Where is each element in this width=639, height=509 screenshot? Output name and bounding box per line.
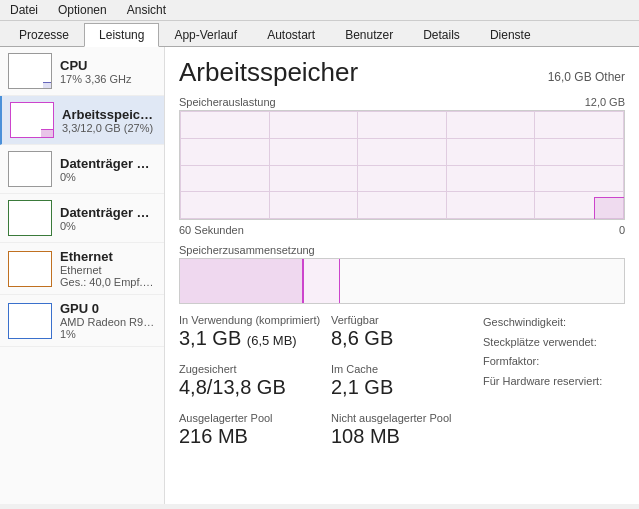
composition-label: Speicherzusammensetzung bbox=[179, 244, 625, 256]
sidebar-sub-cpu: 17% 3,36 GHz bbox=[60, 73, 156, 85]
hgrid-line bbox=[180, 218, 624, 219]
vgrid-line bbox=[446, 111, 447, 219]
sidebar-item-gpu[interactable]: GPU 0 AMD Radeon R9 2... 1% bbox=[0, 295, 164, 347]
vgrid-line bbox=[269, 111, 270, 219]
stat-ausgelagerter-value: 216 MB bbox=[179, 425, 321, 447]
comp-seg-cache bbox=[304, 259, 340, 303]
tab-details[interactable]: Details bbox=[408, 23, 475, 46]
info-formfaktor: Formfaktor: bbox=[483, 353, 625, 370]
chart-time-right: 0 bbox=[619, 224, 625, 236]
stat-in-verwendung-gb: 3,1 GB bbox=[179, 327, 241, 349]
tab-app-verlauf[interactable]: App-Verlauf bbox=[159, 23, 252, 46]
hgrid-line bbox=[180, 111, 624, 112]
stat-nicht-ausgelagerter: Nicht ausgelagerter Pool 108 MB bbox=[331, 412, 473, 447]
sidebar-thumb-eth bbox=[8, 251, 52, 287]
hgrid-line bbox=[180, 138, 624, 139]
chart-top-label: Speicherauslastung bbox=[179, 96, 276, 108]
sidebar-item-cpu[interactable]: CPU 17% 3,36 GHz bbox=[0, 47, 164, 96]
stat-zugesichert: Zugesichert 4,8/13,8 GB bbox=[179, 363, 321, 398]
stats-grid: In Verwendung (komprimiert) 3,1 GB (6,5 … bbox=[179, 314, 625, 447]
menu-bar: Datei Optionen Ansicht bbox=[0, 0, 639, 21]
sidebar-thumb-cpu bbox=[8, 53, 52, 89]
stat-verfugbar-label: Verfügbar bbox=[331, 314, 473, 326]
sidebar-info-eth: Ethernet Ethernet Ges.: 40,0 Empf.: 0 KB… bbox=[60, 249, 156, 288]
hgrid-line bbox=[180, 165, 624, 166]
tab-prozesse[interactable]: Prozesse bbox=[4, 23, 84, 46]
stat-nicht-ausgelagerter-value: 108 MB bbox=[331, 425, 473, 447]
comp-seg-used bbox=[180, 259, 304, 303]
ram-usage-chart bbox=[179, 110, 625, 220]
stat-in-verwendung-sub: (6,5 MB) bbox=[247, 333, 297, 348]
page-title: Arbeitsspeicher bbox=[179, 57, 358, 88]
sidebar-thumb-ram bbox=[10, 102, 54, 138]
sidebar-title-disk0: Datenträger 0 (C:) bbox=[60, 156, 156, 171]
stat-in-verwendung: In Verwendung (komprimiert) 3,1 GB (6,5 … bbox=[179, 314, 321, 349]
sidebar: CPU 17% 3,36 GHz Arbeitsspeicher 3,3/12,… bbox=[0, 47, 165, 504]
sidebar-info-gpu: GPU 0 AMD Radeon R9 2... 1% bbox=[60, 301, 156, 340]
sidebar-item-ram[interactable]: Arbeitsspeicher 3,3/12,0 GB (27%) bbox=[0, 96, 164, 145]
stat-zugesichert-value: 4,8/13,8 GB bbox=[179, 376, 321, 398]
info-hardware: Für Hardware reserviert: bbox=[483, 373, 625, 390]
vgrid-line bbox=[534, 111, 535, 219]
sidebar-info-cpu: CPU 17% 3,36 GHz bbox=[60, 58, 156, 85]
sidebar-info-ram: Arbeitsspeicher 3,3/12,0 GB (27%) bbox=[62, 107, 156, 134]
menu-optionen[interactable]: Optionen bbox=[54, 2, 111, 18]
stat-verfugbar-value: 8,6 GB bbox=[331, 327, 473, 349]
sidebar-item-ethernet[interactable]: Ethernet Ethernet Ges.: 40,0 Empf.: 0 KB… bbox=[0, 243, 164, 295]
comp-seg-available bbox=[340, 259, 624, 303]
chart-label-row: Speicherauslastung 12,0 GB bbox=[179, 96, 625, 108]
sidebar-sub2-gpu: 1% bbox=[60, 328, 156, 340]
tab-autostart[interactable]: Autostart bbox=[252, 23, 330, 46]
info-steckplatze: Steckplätze verwendet: bbox=[483, 334, 625, 351]
stat-ausgelagerter-label: Ausgelagerter Pool bbox=[179, 412, 321, 424]
stat-in-verwendung-value: 3,1 GB (6,5 MB) bbox=[179, 327, 321, 349]
sidebar-info-disk1: Datenträger 1 (D:) 0% bbox=[60, 205, 156, 232]
sidebar-sub-disk0: 0% bbox=[60, 171, 156, 183]
sidebar-thumb-gpu bbox=[8, 303, 52, 339]
vgrid-line bbox=[180, 111, 181, 219]
stat-zugesichert-label: Zugesichert bbox=[179, 363, 321, 375]
chart-vgrid bbox=[180, 111, 624, 219]
tab-leistung[interactable]: Leistung bbox=[84, 23, 159, 47]
sidebar-title-gpu: GPU 0 bbox=[60, 301, 156, 316]
info-geschwindigkeit: Geschwindigkeit: bbox=[483, 314, 625, 331]
chart-time-label: 60 Sekunden bbox=[179, 224, 244, 236]
content-area: Arbeitsspeicher 16,0 GB Other Speicherau… bbox=[165, 47, 639, 504]
composition-bar bbox=[179, 258, 625, 304]
sidebar-title-cpu: CPU bbox=[60, 58, 156, 73]
sidebar-title-ram: Arbeitsspeicher bbox=[62, 107, 156, 122]
sidebar-sub-eth: Ethernet bbox=[60, 264, 156, 276]
chart-top-right: 12,0 GB bbox=[585, 96, 625, 108]
sidebar-item-disk1[interactable]: Datenträger 1 (D:) 0% bbox=[0, 194, 164, 243]
sidebar-title-eth: Ethernet bbox=[60, 249, 156, 264]
stat-im-cache-value: 2,1 GB bbox=[331, 376, 473, 398]
menu-ansicht[interactable]: Ansicht bbox=[123, 2, 170, 18]
stat-in-verwendung-label: In Verwendung (komprimiert) bbox=[179, 314, 321, 326]
sidebar-info-disk0: Datenträger 0 (C:) 0% bbox=[60, 156, 156, 183]
sidebar-sub-gpu: AMD Radeon R9 2... bbox=[60, 316, 156, 328]
stats-col1: In Verwendung (komprimiert) 3,1 GB (6,5 … bbox=[179, 314, 321, 447]
sidebar-title-disk1: Datenträger 1 (D:) bbox=[60, 205, 156, 220]
chart-ram-usage-line bbox=[594, 197, 624, 219]
sidebar-sub-ram: 3,3/12,0 GB (27%) bbox=[62, 122, 156, 134]
sidebar-sub2-eth: Ges.: 40,0 Empf.: 0 KBit/ bbox=[60, 276, 156, 288]
tab-dienste[interactable]: Dienste bbox=[475, 23, 546, 46]
menu-datei[interactable]: Datei bbox=[6, 2, 42, 18]
content-header: Arbeitsspeicher 16,0 GB Other bbox=[179, 57, 625, 88]
sidebar-item-disk0[interactable]: Datenträger 0 (C:) 0% bbox=[0, 145, 164, 194]
sidebar-sub-disk1: 0% bbox=[60, 220, 156, 232]
sidebar-thumb-disk1 bbox=[8, 200, 52, 236]
stat-im-cache: Im Cache 2,1 GB bbox=[331, 363, 473, 398]
stats-col2: Verfügbar 8,6 GB Im Cache 2,1 GB Nicht a… bbox=[331, 314, 473, 447]
tab-benutzer[interactable]: Benutzer bbox=[330, 23, 408, 46]
content-badge: 16,0 GB Other bbox=[548, 70, 625, 84]
stat-nicht-ausgelagerter-label: Nicht ausgelagerter Pool bbox=[331, 412, 473, 424]
stat-verfugbar: Verfügbar 8,6 GB bbox=[331, 314, 473, 349]
sidebar-thumb-disk0 bbox=[8, 151, 52, 187]
hgrid-line bbox=[180, 191, 624, 192]
stats-col3: Geschwindigkeit: Steckplätze verwendet: … bbox=[483, 314, 625, 447]
main-area: CPU 17% 3,36 GHz Arbeitsspeicher 3,3/12,… bbox=[0, 47, 639, 504]
chart-time-row: 60 Sekunden 0 bbox=[179, 224, 625, 236]
stat-im-cache-label: Im Cache bbox=[331, 363, 473, 375]
chart-hgrid bbox=[180, 111, 624, 219]
